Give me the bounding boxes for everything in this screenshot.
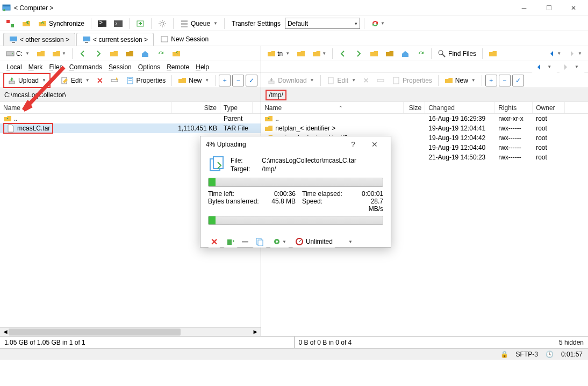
menu-options[interactable]: Options xyxy=(135,62,163,72)
col-name[interactable]: Name xyxy=(0,102,172,113)
remote-forward-icon[interactable] xyxy=(352,48,365,60)
remote-back-icon[interactable] xyxy=(336,48,350,60)
col-size[interactable]: Size xyxy=(172,102,220,113)
list-item[interactable]: netplan_< identifier >19-Aug-19 12:04:41… xyxy=(261,123,588,133)
menu-remote[interactable]: Remote xyxy=(163,62,192,72)
tab-new-session[interactable]: New Session xyxy=(155,33,214,46)
properties-button[interactable]: Properties xyxy=(123,75,169,86)
minus-icon[interactable]: − xyxy=(232,75,244,86)
forward-icon[interactable] xyxy=(91,48,105,60)
rcol-name[interactable]: Name ⌃ xyxy=(261,102,404,113)
remote-properties-button[interactable]: Properties xyxy=(389,75,435,86)
root-folder-icon[interactable] xyxy=(107,48,121,60)
refresh-local-icon[interactable] xyxy=(154,48,168,60)
remote-new-button[interactable]: New ▼ xyxy=(442,75,478,86)
menu-files[interactable]: Files xyxy=(46,62,66,72)
remote-refresh-icon[interactable] xyxy=(414,48,428,60)
open-folder-icon[interactable] xyxy=(34,48,48,60)
list-item-file[interactable]: mcasLC.tar 1,110,451 KB TAR File xyxy=(0,123,261,133)
tab-current-label: < current session > xyxy=(93,36,148,43)
home-icon[interactable] xyxy=(138,48,152,60)
maximize-button[interactable]: ☐ xyxy=(536,0,561,16)
menu-help[interactable]: Help xyxy=(192,62,212,72)
plus-icon[interactable]: + xyxy=(219,75,231,86)
menu-session[interactable]: Session xyxy=(105,62,135,72)
local-scrollbar[interactable]: ◄► xyxy=(0,327,261,336)
remote-rename-icon[interactable] xyxy=(374,75,388,86)
nav-fwd-icon[interactable]: ▼ xyxy=(559,61,585,73)
dialog-help-button[interactable]: ? xyxy=(342,140,364,149)
close-button[interactable]: ✕ xyxy=(561,0,586,16)
add-icon[interactable] xyxy=(133,18,147,30)
local-path-bar[interactable]: C:\mcasLogCollector\ xyxy=(0,88,261,102)
edit-button[interactable]: Edit ▼ xyxy=(58,75,92,86)
remote-edit-button[interactable]: Edit ▼ xyxy=(324,75,359,86)
menu-commands[interactable]: Commands xyxy=(66,62,105,72)
remote-root-icon[interactable] xyxy=(367,48,381,60)
rcol-owner[interactable]: Owner xyxy=(533,102,565,113)
speed-arrow[interactable]: ▼ xyxy=(348,239,353,244)
minimize-transfer-button[interactable] xyxy=(224,236,238,247)
transfer-settings-select[interactable]: Default xyxy=(285,18,360,29)
drive-select[interactable]: C: ▼ xyxy=(3,48,32,60)
synchronize-button[interactable]: Synchronize xyxy=(35,18,87,30)
sync-browse-icon[interactable] xyxy=(19,18,33,30)
svg-rect-10 xyxy=(181,20,188,22)
remote-home-icon[interactable] xyxy=(398,48,412,60)
remote-plus-icon[interactable]: + xyxy=(485,75,497,86)
rename-icon[interactable] xyxy=(107,75,121,86)
remote-open-icon[interactable] xyxy=(294,48,308,60)
list-item[interactable]: ..16-Aug-19 16:29:39rwxr-xr-xroot xyxy=(261,114,588,123)
speed-limit-button[interactable]: Unlimited xyxy=(292,236,335,247)
tab-other-session[interactable]: < other session > xyxy=(3,33,75,46)
menu-bar: Local Mark Files Commands Session Option… xyxy=(0,61,261,73)
refresh-icon[interactable]: ▼ xyxy=(368,18,388,30)
upload-button[interactable]: Upload ▼ xyxy=(5,75,49,86)
remote-drive-select[interactable]: tn ▼ xyxy=(264,48,292,60)
remote-delete-icon[interactable]: ✕ xyxy=(360,75,372,86)
compare-icon[interactable] xyxy=(3,18,17,30)
select-icon[interactable]: ✓ xyxy=(246,75,257,86)
terminal-icon[interactable] xyxy=(111,18,125,30)
minimize-button[interactable]: ─ xyxy=(512,0,536,16)
col-type[interactable]: Type xyxy=(220,102,253,113)
queue-button[interactable]: Queue ▼ xyxy=(177,18,220,30)
folder-icon xyxy=(264,124,273,133)
list-item-parent[interactable]: .. Parent xyxy=(0,114,261,123)
tab-current-session[interactable]: < current session > xyxy=(76,33,154,46)
find-files-button[interactable]: Find Files xyxy=(435,48,479,60)
nav-back-icon[interactable]: ▼ xyxy=(532,61,557,73)
remote-path-bar[interactable]: /tmp/ xyxy=(261,88,588,102)
settings-icon[interactable] xyxy=(155,18,169,30)
transfer-settings-button[interactable]: ▼ xyxy=(270,236,289,247)
delete-icon[interactable]: ✕ xyxy=(94,75,106,86)
copy-transfer-button[interactable] xyxy=(253,236,267,247)
rcol-size[interactable]: Size xyxy=(404,102,425,113)
new-button[interactable]: New ▼ xyxy=(175,75,212,86)
next-dir-icon[interactable]: ▼ xyxy=(565,48,585,60)
edit-label: Edit xyxy=(71,77,82,84)
remote-parent-icon[interactable] xyxy=(383,48,397,60)
home-folder-icon[interactable] xyxy=(123,48,137,60)
menu-local[interactable]: Local xyxy=(3,62,25,72)
cancel-transfer-button[interactable]: ✕ xyxy=(208,236,220,247)
parent-folder-icon[interactable]: ▼ xyxy=(49,48,69,60)
file-rights: rwx------ xyxy=(495,154,533,161)
bookmark-icon[interactable] xyxy=(169,48,183,60)
rcol-changed[interactable]: Changed xyxy=(425,102,495,113)
remote-history-icon[interactable]: ▼ xyxy=(310,48,329,60)
rcol-rights[interactable]: Rights xyxy=(495,102,533,113)
remote-minus-icon[interactable]: − xyxy=(499,75,511,86)
dialog-close-button[interactable]: ✕ xyxy=(364,140,385,149)
speed-value: 28.7 MB/s xyxy=(355,198,383,213)
file-value: C:\mcasLogCollector\mcasLC.tar xyxy=(262,157,356,164)
console-icon[interactable]: >_ xyxy=(95,18,109,30)
main-toolbar: Synchronize >_ Queue ▼ Transfer Settings… xyxy=(0,16,588,31)
menu-mark[interactable]: Mark xyxy=(25,62,46,72)
prev-dir-icon[interactable]: ▼ xyxy=(544,48,564,60)
download-button[interactable]: Download ▼ xyxy=(264,75,317,86)
svg-rect-25 xyxy=(128,80,132,81)
remote-bookmark-icon[interactable] xyxy=(486,48,500,60)
back-icon[interactable] xyxy=(76,48,90,60)
remote-select-icon[interactable]: ✓ xyxy=(512,75,524,86)
